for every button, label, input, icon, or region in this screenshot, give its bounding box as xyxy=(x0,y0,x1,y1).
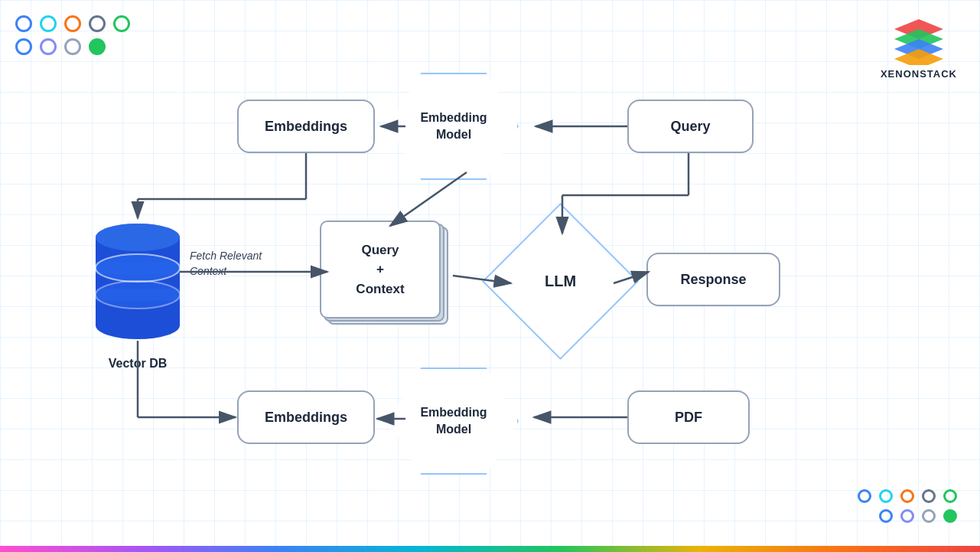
embeddings-top-node: Embeddings xyxy=(237,100,375,153)
vector-db: Vector DB xyxy=(88,218,187,348)
embedding-model-top-label: EmbeddingModel xyxy=(420,109,487,144)
decorative-dots-top-left xyxy=(15,15,130,61)
svg-rect-28 xyxy=(96,289,180,301)
xenonstack-logo: XENONSTACK xyxy=(881,15,957,80)
vector-db-label: Vector DB xyxy=(109,357,167,371)
svg-rect-26 xyxy=(96,262,180,274)
query-node: Query xyxy=(627,100,754,153)
embedding-model-bottom-label: EmbeddingModel xyxy=(420,404,487,439)
logo-text: XENONSTACK xyxy=(881,68,957,80)
query-context-label: Query+Context xyxy=(356,240,404,299)
decorative-dots-bottom-right xyxy=(858,489,957,529)
svg-point-24 xyxy=(96,312,180,339)
embeddings-bottom-node: Embeddings xyxy=(237,390,375,444)
fetch-relevant-context-label: Fetch RelevantContext xyxy=(190,249,262,279)
bottom-gradient-bar xyxy=(0,546,980,552)
response-node: Response xyxy=(646,253,780,306)
pdf-node: PDF xyxy=(627,390,750,444)
logo-icon xyxy=(888,15,949,65)
svg-point-29 xyxy=(96,224,180,251)
query-context-node: Query+Context xyxy=(320,220,448,328)
llm-label: LLM xyxy=(545,273,576,290)
